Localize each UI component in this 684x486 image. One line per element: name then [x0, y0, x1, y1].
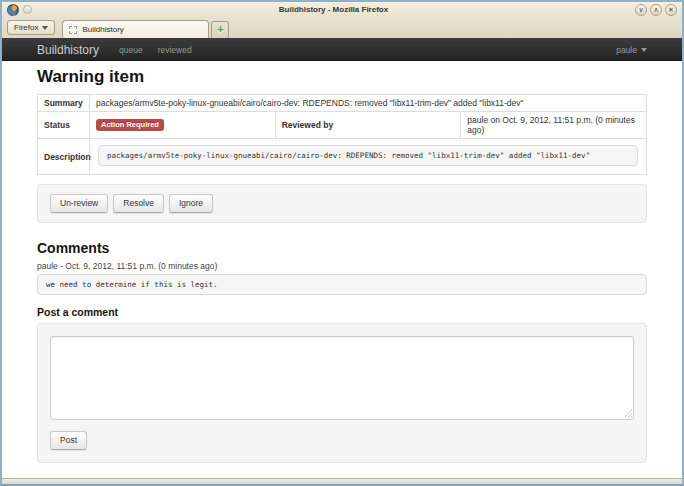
close-button[interactable]: ✕ [665, 4, 677, 16]
table-row-summary: Summary packages/armv5te-poky-linux-gnue… [38, 95, 647, 112]
summary-value: packages/armv5te-poky-linux-gnueabi/cair… [90, 95, 647, 112]
firefox-menu-label: Firefox [14, 23, 38, 32]
firefox-menu-button[interactable]: Firefox [7, 20, 55, 35]
window-controls: ∨ ∧ ✕ [635, 4, 677, 16]
new-tab-button[interactable]: + [211, 21, 229, 38]
firefox-logo-icon [7, 4, 19, 16]
post-button[interactable]: Post [50, 431, 87, 450]
title-bar: Buildhistory - Mozilla Firefox ∨ ∧ ✕ [2, 2, 682, 17]
user-menu[interactable]: paule [616, 45, 647, 55]
status-cell: Action Required [90, 112, 276, 139]
window-title: Buildhistory - Mozilla Firefox [36, 2, 631, 17]
description-cell: packages/armv5te-poky-linux-gnueabi/cair… [90, 139, 647, 175]
table-row-status: Status Action Required Reviewed by paule… [38, 112, 647, 139]
reviewed-by-value: paule on Oct. 9, 2012, 11:51 p.m. (0 min… [461, 112, 647, 139]
firefox-window: Buildhistory - Mozilla Firefox ∨ ∧ ✕ Fir… [0, 0, 684, 486]
description-code: packages/armv5te-poky-linux-gnueabi/cair… [98, 145, 638, 166]
navbar-brand[interactable]: Buildhistory [37, 43, 99, 57]
minimize-button[interactable]: ∨ [635, 4, 647, 16]
textarea-resize-grip[interactable] [625, 410, 632, 417]
resolve-button[interactable]: Resolve [113, 194, 164, 213]
post-comment-heading: Post a comment [37, 306, 647, 318]
addon-bar [2, 478, 682, 484]
ignore-button[interactable]: Ignore [169, 194, 213, 213]
actions-well: Un-review Resolve Ignore [37, 184, 647, 223]
summary-label: Summary [38, 95, 90, 112]
post-button-row: Post [50, 429, 634, 450]
tab-bar: Firefox Buildhistory + [2, 17, 682, 38]
description-label: Description [38, 139, 90, 175]
post-comment-well: Post [37, 323, 647, 463]
unreview-button[interactable]: Un-review [50, 194, 108, 213]
tab-buildhistory[interactable]: Buildhistory [62, 20, 209, 38]
tab-favicon-icon [69, 26, 77, 34]
comment-meta: paule - Oct. 9, 2012, 11:51 p.m. (0 minu… [37, 261, 647, 271]
comment-textarea-wrap [50, 336, 634, 420]
nav-link-queue[interactable]: queue [119, 45, 143, 55]
status-badge: Action Required [96, 119, 164, 131]
page-navbar: Buildhistory queue reviewed paule [2, 38, 682, 61]
status-label: Status [38, 112, 90, 139]
comment-item: paule - Oct. 9, 2012, 11:51 p.m. (0 minu… [37, 261, 647, 295]
nav-link-reviewed[interactable]: reviewed [158, 45, 192, 55]
user-caret-icon [641, 48, 647, 52]
table-row-description: Description packages/armv5te-poky-linux-… [38, 139, 647, 175]
page-content: Warning item Summary packages/armv5te-po… [2, 61, 682, 478]
comment-input[interactable] [50, 336, 634, 420]
maximize-button[interactable]: ∧ [650, 4, 662, 16]
reviewed-by-label: Reviewed by [275, 112, 461, 139]
chevron-down-icon [42, 26, 48, 30]
app-menu-icon[interactable] [23, 5, 32, 14]
user-menu-label: paule [616, 45, 637, 55]
warning-details-table: Summary packages/armv5te-poky-linux-gnue… [37, 94, 647, 175]
comment-body: we need to determine if this is legit. [37, 274, 647, 295]
page-title: Warning item [37, 67, 647, 87]
tab-title: Buildhistory [82, 25, 123, 34]
comments-heading: Comments [37, 240, 647, 256]
